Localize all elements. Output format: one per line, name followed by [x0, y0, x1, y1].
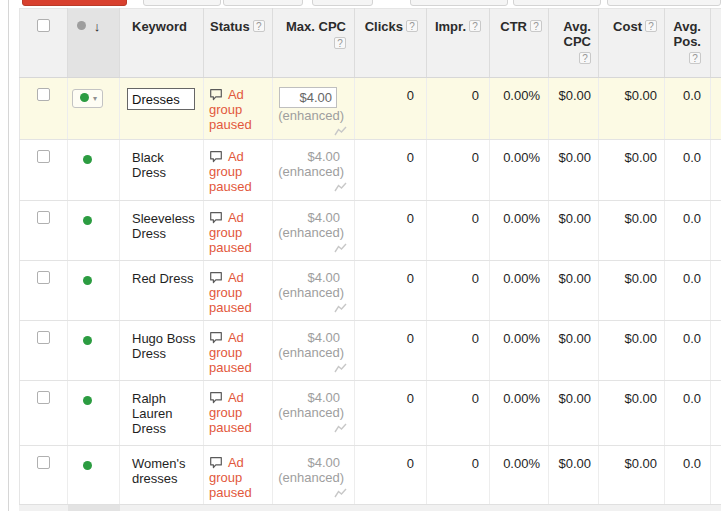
impressions-header-label[interactable]: Impr.: [435, 19, 466, 34]
trend-chart-icon[interactable]: [334, 126, 347, 136]
impressions-value: 0: [472, 211, 479, 226]
clicks-cell: 0: [355, 446, 427, 506]
ctr-cell: 0.00%: [490, 446, 549, 506]
clipped-cell: [711, 321, 721, 381]
row-checkbox[interactable]: [37, 150, 50, 163]
toolbar-button-6[interactable]: [607, 0, 721, 6]
cost-cell: $0.00: [599, 261, 665, 321]
help-icon[interactable]: ?: [530, 20, 542, 32]
keyword-cell: Hugo Boss Dress: [120, 321, 204, 381]
status-dropdown-button[interactable]: ▾: [72, 89, 103, 108]
help-icon[interactable]: ?: [689, 52, 701, 64]
keyword-row: Hugo Boss Dress Ad group paused$4.00(enh…: [20, 321, 721, 381]
keyword-text: Red Dress: [132, 271, 193, 286]
help-icon[interactable]: ?: [579, 52, 591, 64]
cost-header-label[interactable]: Cost: [613, 19, 642, 34]
trend-chart-icon[interactable]: [334, 182, 347, 192]
select-all-checkbox[interactable]: [37, 19, 50, 32]
keyword-column-header: Keyword: [120, 9, 204, 78]
avg-cpc-value: $0.00: [558, 391, 591, 406]
cpc-enhanced-note: (enhanced): [273, 225, 344, 240]
cost-value: $0.00: [624, 150, 657, 165]
ctr-value: 0.00%: [503, 88, 540, 103]
clicks-cell: 0: [355, 261, 427, 321]
toolbar-button-3[interactable]: [312, 0, 373, 6]
keyword-cell: Women's dresses: [120, 446, 204, 506]
trend-chart-icon[interactable]: [334, 303, 347, 313]
status-cell: Ad group paused: [204, 381, 273, 446]
help-icon[interactable]: ?: [334, 37, 346, 49]
row-checkbox[interactable]: [37, 211, 50, 224]
status-cell: Ad group paused: [204, 261, 273, 321]
keyword-input[interactable]: [127, 88, 195, 110]
help-icon[interactable]: ?: [645, 20, 657, 32]
avg-cpc-value: $0.00: [558, 331, 591, 346]
keyword-cell: [120, 78, 204, 140]
avg-pos-header-label-2[interactable]: Pos.: [674, 34, 701, 49]
adwords-keywords-screen: ↓ Keyword Status? Max. CPC ? Clicks? Imp…: [0, 0, 721, 511]
toolbar-primary-button[interactable]: [22, 0, 127, 6]
impressions-cell: 0: [427, 140, 490, 201]
max-cpc-cell: $4.00(enhanced): [273, 321, 355, 381]
keyword-row: Women's dresses Ad group paused$4.00(enh…: [20, 446, 721, 506]
row-status-dot-cell: [68, 261, 120, 321]
keyword-row: Ralph Lauren Dress Ad group paused$4.00(…: [20, 381, 721, 446]
trend-chart-icon[interactable]: [334, 363, 347, 373]
clicks-header-label[interactable]: Clicks: [365, 19, 403, 34]
row-checkbox[interactable]: [37, 271, 50, 284]
impressions-value: 0: [472, 391, 479, 406]
avg-pos-value: 0.0: [683, 456, 701, 471]
ctr-header-label[interactable]: CTR: [500, 19, 527, 34]
max-cpc-value[interactable]: $4.00: [273, 149, 340, 164]
keyword-cell: Black Dress: [120, 140, 204, 201]
help-icon[interactable]: ?: [406, 20, 418, 32]
avg-cpc-header-label-1[interactable]: Avg.: [563, 19, 591, 34]
max-cpc-value[interactable]: $4.00: [273, 270, 340, 285]
avg-pos-header-label-1[interactable]: Avg.: [673, 19, 701, 34]
max-cpc-header-label[interactable]: Max. CPC: [286, 19, 346, 34]
max-cpc-cell: $4.00(enhanced): [273, 140, 355, 201]
toolbar-button-5[interactable]: [513, 0, 601, 6]
max-cpc-input[interactable]: [279, 87, 337, 108]
enabled-status-icon: [83, 336, 92, 345]
conversation-bubble-icon: [209, 456, 223, 469]
row-checkbox[interactable]: [37, 331, 50, 344]
clipped-cell: [711, 201, 721, 261]
clicks-value: 0: [407, 211, 414, 226]
row-status-dot-cell: [68, 201, 120, 261]
keyword-header-label[interactable]: Keyword: [132, 19, 187, 34]
sort-descending-icon[interactable]: ↓: [94, 19, 101, 34]
impressions-value: 0: [472, 150, 479, 165]
enabled-status-icon: [83, 396, 92, 405]
ctr-cell: 0.00%: [490, 140, 549, 201]
impressions-column-header: Impr.?: [427, 9, 490, 78]
cost-cell: $0.00: [599, 140, 665, 201]
status-dot-column-header: ↓: [68, 9, 120, 78]
max-cpc-value[interactable]: $4.00: [273, 455, 340, 470]
status-cell: Ad group paused: [204, 201, 273, 261]
keyword-text: Ralph Lauren Dress: [132, 391, 172, 436]
status-header-label[interactable]: Status: [210, 19, 250, 34]
keyword-text: Sleeveless Dress: [132, 211, 195, 241]
next-row-edge: [19, 504, 721, 511]
toolbar-button-1[interactable]: [143, 0, 221, 6]
clipped-cell: [711, 446, 721, 506]
ctr-value: 0.00%: [503, 271, 540, 286]
max-cpc-value[interactable]: $4.00: [273, 330, 340, 345]
row-checkbox[interactable]: [37, 391, 50, 404]
impressions-value: 0: [472, 331, 479, 346]
trend-chart-icon[interactable]: [334, 488, 347, 498]
help-icon[interactable]: ?: [253, 20, 265, 32]
max-cpc-value[interactable]: $4.00: [273, 390, 340, 405]
trend-chart-icon[interactable]: [334, 243, 347, 253]
toolbar-button-4[interactable]: [410, 0, 508, 6]
avg-cpc-header-label-2[interactable]: CPC: [564, 34, 591, 49]
help-icon[interactable]: ?: [469, 20, 481, 32]
toolbar-button-2[interactable]: [223, 0, 303, 6]
impressions-value: 0: [472, 456, 479, 471]
row-checkbox[interactable]: [37, 88, 50, 101]
max-cpc-value[interactable]: $4.00: [273, 210, 340, 225]
row-checkbox[interactable]: [37, 456, 50, 469]
trend-chart-icon[interactable]: [334, 423, 347, 433]
clicks-cell: 0: [355, 140, 427, 201]
